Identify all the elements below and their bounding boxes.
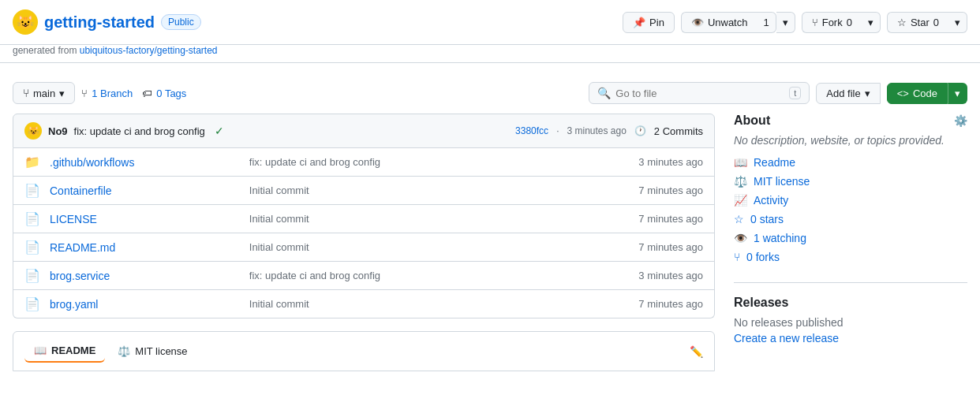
branch-small-icon: ⑂ <box>81 88 88 99</box>
unwatch-dropdown-button[interactable]: ▾ <box>776 12 795 33</box>
branch-selector-button[interactable]: ⑂ main ▾ <box>13 82 75 104</box>
create-release-link[interactable]: Create a new release <box>734 332 839 345</box>
readme-link[interactable]: 📖 Readme <box>734 156 967 169</box>
source-text: generated from <box>13 45 77 56</box>
sidebar: About ⚙️ No description, website, or top… <box>734 114 967 371</box>
fork-icon: ⑂ <box>812 17 818 28</box>
main-content: 😺 No9 fix: update ci and brog config ✓ 3… <box>0 114 980 384</box>
license-icon: ⚖️ <box>118 345 130 357</box>
star-button[interactable]: ☆ Star 0 <box>887 12 948 33</box>
gear-icon[interactable]: ⚙️ <box>954 114 967 127</box>
file-time: 3 minutes ago <box>638 270 703 281</box>
file-name-link[interactable]: brog.service <box>50 270 240 282</box>
add-file-button-group: Add file ▾ <box>816 83 880 104</box>
star-label: Star <box>911 17 930 28</box>
star-dropdown-button[interactable]: ▾ <box>948 12 967 33</box>
pin-button[interactable]: 📌 Pin <box>623 12 675 33</box>
watching-link[interactable]: 👁️ 1 watching <box>734 232 967 244</box>
star-button-group: ☆ Star 0 ▾ <box>887 12 967 33</box>
tags-count: 0 <box>156 88 162 99</box>
commits-link[interactable]: 2 Commits <box>654 125 703 137</box>
branch-count: 1 <box>92 88 97 99</box>
file-name-link[interactable]: .github/workflows <box>50 156 240 169</box>
readme-tabs: 📖 README ⚖️ MIT license <box>24 340 197 363</box>
add-file-dropdown-icon: ▾ <box>865 88 870 99</box>
book-icon: 📖 <box>734 156 747 169</box>
code-label: Code <box>913 88 937 99</box>
about-section: About ⚙️ No description, website, or top… <box>734 114 967 263</box>
branches-item[interactable]: ⑂ 1 Branch <box>81 88 133 99</box>
file-name-link[interactable]: brog.yaml <box>50 298 240 311</box>
fork-dropdown-button[interactable]: ▾ <box>862 12 881 33</box>
eye-icon-sidebar: 👁️ <box>734 232 747 244</box>
file-commit-message: fix: update ci and brog config <box>249 270 630 281</box>
commits-count-link[interactable]: 2 Commits <box>654 125 703 137</box>
edit-readme-icon[interactable]: ✏️ <box>690 345 703 358</box>
mit-license-label: MIT license <box>135 345 187 357</box>
fork-icon-sidebar: ⑂ <box>734 251 740 263</box>
unwatch-count-button[interactable]: 1 <box>757 12 776 33</box>
table-row: 📄 brog.yaml Initial commit 7 minutes ago <box>13 289 714 318</box>
file-time: 3 minutes ago <box>638 156 703 168</box>
file-icon: 📄 <box>24 183 40 198</box>
tag-icon: 🏷 <box>142 88 152 99</box>
readme-bar: 📖 README ⚖️ MIT license ✏️ <box>13 331 715 371</box>
file-commit-message: fix: update ci and brog config <box>249 156 630 168</box>
stars-link[interactable]: ☆ 0 stars <box>734 213 967 225</box>
mit-license-tab[interactable]: ⚖️ MIT license <box>108 340 196 363</box>
repo-avatar: 😺 <box>13 9 38 35</box>
readme-tab[interactable]: 📖 README <box>24 340 105 363</box>
file-name-link[interactable]: README.md <box>50 241 240 254</box>
file-icon: 📄 <box>24 296 40 311</box>
pin-icon: 📌 <box>633 17 645 28</box>
repo-source: generated from ubiquitous-factory/gettin… <box>0 45 980 63</box>
file-name-link[interactable]: Containerfile <box>50 184 240 197</box>
about-links: 📖 Readme ⚖️ MIT license 📈 Activity ☆ 0 s… <box>734 156 967 263</box>
releases-section: Releases No releases published Create a … <box>734 282 967 345</box>
activity-link[interactable]: 📈 Activity <box>734 194 967 207</box>
fork-label: Fork <box>822 17 843 28</box>
forks-link[interactable]: ⑂ 0 forks <box>734 251 967 263</box>
commit-username[interactable]: No9 <box>48 125 68 137</box>
code-dropdown-button[interactable]: ▾ <box>948 83 967 104</box>
fork-button[interactable]: ⑂ Fork 0 <box>802 12 862 33</box>
tags-text: Tags <box>165 88 186 99</box>
history-icon: 🕐 <box>634 125 646 136</box>
unwatch-button[interactable]: 👁️ Unwatch <box>681 12 757 33</box>
pin-button-group: 📌 Pin <box>623 12 675 33</box>
unwatch-button-group: 👁️ Unwatch 1 ▾ <box>681 12 795 33</box>
pin-label: Pin <box>649 17 664 28</box>
code-button[interactable]: <> Code <box>887 83 948 104</box>
repo-toolbar: ⑂ main ▾ ⑂ 1 Branch 🏷 0 Tags 🔍 t Add fil… <box>0 73 980 114</box>
readme-book-icon: 📖 <box>34 345 47 356</box>
folder-icon: 📁 <box>24 155 40 169</box>
source-link[interactable]: ubiquitous-factory/getting-started <box>80 45 218 56</box>
visibility-badge: Public <box>161 14 201 30</box>
fork-count: 0 <box>847 17 852 28</box>
commit-separator: · <box>556 125 559 136</box>
header-actions: 📌 Pin 👁️ Unwatch 1 ▾ ⑂ Fork 0 ▾ <box>623 12 967 33</box>
branches-link[interactable]: 1 Branch <box>92 88 133 99</box>
search-input[interactable] <box>615 88 784 99</box>
table-row: 📄 README.md Initial commit 7 minutes ago <box>13 233 714 261</box>
branch-name: main <box>33 88 55 99</box>
tags-item[interactable]: 🏷 0 Tags <box>142 88 186 99</box>
repo-name-link[interactable]: getting-started <box>44 13 155 32</box>
file-name-link[interactable]: LICENSE <box>50 213 240 225</box>
releases-title: Releases <box>734 296 967 310</box>
table-row: 📄 Containerfile Initial commit 7 minutes… <box>13 176 714 204</box>
commit-hash-link[interactable]: 3380fcc <box>515 125 548 136</box>
add-file-button[interactable]: Add file ▾ <box>816 83 880 104</box>
fork-button-group: ⑂ Fork 0 ▾ <box>802 12 881 33</box>
go-to-file-search: 🔍 t <box>589 82 810 104</box>
eye-icon: 👁️ <box>691 17 704 28</box>
search-icon: 🔍 <box>597 87 611 99</box>
license-link[interactable]: ⚖️ MIT license <box>734 175 967 188</box>
search-kbd: t <box>789 87 801 99</box>
branch-dropdown-icon: ▾ <box>59 88 65 99</box>
tags-link[interactable]: 0 Tags <box>156 88 186 99</box>
scale-icon: ⚖️ <box>734 175 747 188</box>
commit-check-icon: ✓ <box>215 125 224 137</box>
commit-author: 😺 No9 fix: update ci and brog config ✓ <box>24 122 224 140</box>
file-time: 7 minutes ago <box>638 298 703 310</box>
